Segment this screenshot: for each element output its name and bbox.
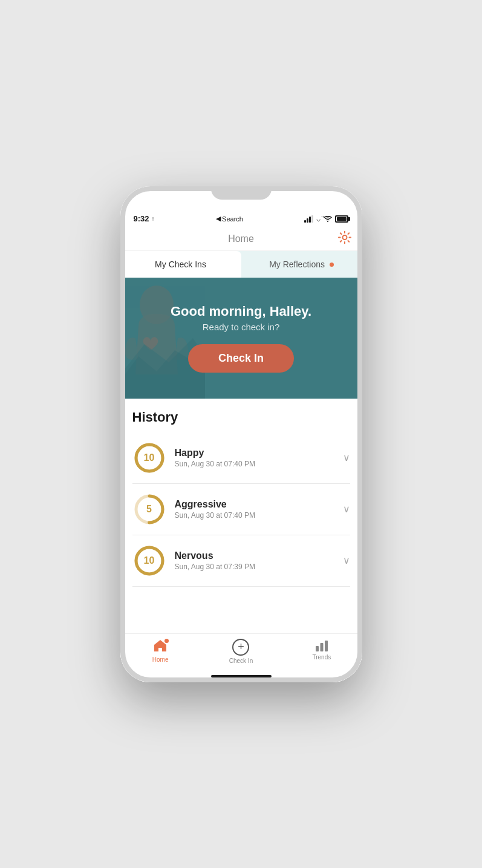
score-value-1: 10 [144, 452, 155, 463]
back-search[interactable]: ◀ Search [216, 215, 243, 223]
battery-icon [335, 215, 348, 223]
nav-title: Home [228, 233, 254, 244]
wifi-icon: ⌵̈ [316, 215, 321, 223]
score-value-3: 10 [144, 555, 155, 566]
home-indicator-bar [211, 675, 272, 677]
back-label: Search [222, 215, 243, 223]
notch [211, 186, 272, 200]
score-circle-3: 10 [132, 544, 166, 578]
status-right: ⌵̈ [304, 215, 348, 223]
check-in-button[interactable]: Check In [188, 344, 294, 373]
wifi-symbol-icon [324, 216, 332, 222]
item-mood-3: Nervous [175, 550, 334, 561]
home-icon [153, 639, 168, 654]
item-time-2: Sun, Aug 30 at 07:40 PM [175, 511, 334, 520]
svg-point-0 [327, 221, 328, 222]
phone-shell: 9:32 ↑ ◀ Search ⌵̈ [120, 186, 362, 682]
hero-background-figure [120, 278, 205, 399]
score-circle-1: 10 [132, 441, 166, 475]
item-info-3: Nervous Sun, Aug 30 at 07:39 PM [175, 550, 334, 571]
chevron-down-icon-3[interactable]: ∨ [343, 555, 350, 566]
status-bar: 9:32 ↑ ◀ Search ⌵̈ [120, 210, 362, 227]
item-info-2: Aggressive Sun, Aug 30 at 07:40 PM [175, 499, 334, 520]
status-time: 9:32 [134, 214, 149, 223]
score-circle-2: 5 [132, 492, 166, 526]
history-item[interactable]: 5 Aggressive Sun, Aug 30 at 07:40 PM ∨ [132, 484, 350, 535]
svg-rect-11 [325, 641, 328, 651]
back-arrow-icon: ◀ [216, 215, 221, 223]
chevron-down-icon-1[interactable]: ∨ [343, 452, 350, 463]
nav-checkin[interactable]: + Check In [201, 639, 281, 664]
item-mood-2: Aggressive [175, 499, 334, 510]
hero-sub: Ready to check in? [203, 322, 280, 332]
svg-rect-10 [320, 643, 323, 651]
history-item[interactable]: 10 Happy Sun, Aug 30 at 07:40 PM ∨ [132, 432, 350, 484]
nav-header: Home [120, 227, 362, 251]
history-section: History 10 Happy Sun, Aug 30 at 07:40 PM… [120, 399, 362, 633]
item-mood-1: Happy [175, 448, 334, 458]
settings-button[interactable] [338, 230, 351, 247]
screen: Home My Check Ins My Reflections [120, 227, 362, 682]
history-item[interactable]: 10 Nervous Sun, Aug 30 at 07:39 PM ∨ [132, 535, 350, 587]
bottom-nav: Home + Check In Trends [120, 633, 362, 671]
location-icon: ↑ [152, 215, 155, 222]
item-time-3: Sun, Aug 30 at 07:39 PM [175, 563, 334, 571]
signal-bars-icon [304, 215, 313, 223]
hero-greeting: Good morning, Halley. [171, 304, 311, 319]
hero-banner: Good morning, Halley. Ready to check in?… [120, 278, 362, 399]
tab-reflections[interactable]: My Reflections [241, 251, 362, 278]
tab-check-ins[interactable]: My Check Ins [120, 251, 241, 278]
history-title: History [132, 410, 350, 425]
notch-area [120, 186, 362, 210]
add-circle-icon: + [232, 639, 249, 656]
nav-checkin-label: Check In [229, 658, 253, 664]
tabs-row: My Check Ins My Reflections [120, 251, 362, 278]
svg-point-1 [342, 235, 347, 240]
item-time-1: Sun, Aug 30 at 07:40 PM [175, 460, 334, 468]
reflections-dot [330, 263, 334, 267]
svg-rect-9 [316, 646, 319, 651]
bar-chart-icon [314, 639, 329, 652]
nav-home[interactable]: Home [120, 639, 201, 664]
nav-trends[interactable]: Trends [281, 639, 362, 664]
score-value-2: 5 [146, 504, 152, 515]
status-left: 9:32 ↑ [134, 214, 155, 223]
nav-home-label: Home [152, 656, 169, 663]
item-info-1: Happy Sun, Aug 30 at 07:40 PM [175, 448, 334, 468]
chevron-down-icon-2[interactable]: ∨ [343, 503, 350, 515]
gear-icon [338, 230, 351, 244]
nav-trends-label: Trends [312, 654, 331, 661]
